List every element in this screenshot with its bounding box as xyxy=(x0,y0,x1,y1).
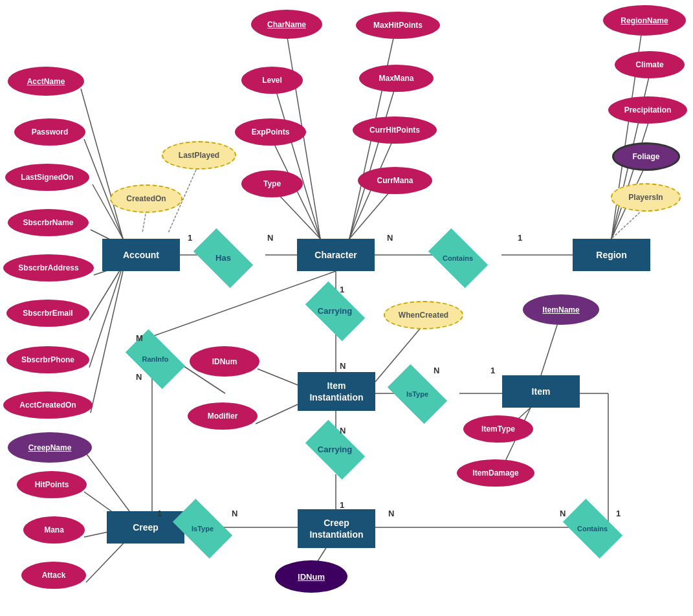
multi-has-n: N xyxy=(267,233,273,243)
svg-line-29 xyxy=(84,139,123,239)
multi-raninfo-m: M xyxy=(136,333,143,343)
entity-item-instantiation: ItemInstantiation xyxy=(298,372,375,411)
diamond-contains-item: Contains xyxy=(562,511,623,546)
entity-region: Region xyxy=(573,239,650,271)
svg-line-27 xyxy=(275,191,320,239)
entity-creep: Creep xyxy=(107,511,184,544)
multi-carrying1-1: 1 xyxy=(340,285,344,294)
svg-line-35 xyxy=(91,271,123,413)
oval-exppoints: ExpPoints xyxy=(235,118,306,146)
oval-sbscrbrname: SbscrbrName xyxy=(8,209,89,236)
entity-item: Item xyxy=(502,375,580,408)
er-diagram-canvas: Account Character Region ItemInstantiati… xyxy=(0,0,693,616)
diamond-istype-creep: IsType xyxy=(173,511,232,546)
svg-line-52 xyxy=(86,537,129,582)
entity-account: Account xyxy=(102,239,180,271)
oval-precipitation: Precipitation xyxy=(608,96,687,124)
oval-acctname: AcctName xyxy=(8,67,84,96)
oval-currmana: CurrMana xyxy=(358,167,432,194)
multi-istype-1: 1 xyxy=(490,366,495,375)
oval-lastplayed: LastPlayed xyxy=(162,141,236,170)
oval-acctcreatedon: AcctCreatedOn xyxy=(3,391,93,419)
oval-lastsignedon: LastSignedOn xyxy=(5,164,89,191)
diamond-carrying1: Carrying xyxy=(304,293,366,329)
oval-itemname: ItemName xyxy=(523,294,599,325)
oval-sbscrbrphone: SbscrbrPhone xyxy=(6,346,89,373)
oval-maxmana: MaxMana xyxy=(359,65,434,92)
multi-carrying1-n: N xyxy=(340,361,346,371)
svg-line-45 xyxy=(256,404,298,424)
oval-attack: Attack xyxy=(21,562,86,589)
multi-istype-n: N xyxy=(434,366,439,375)
oval-maxhitpoints: MaxHitPoints xyxy=(356,12,440,39)
oval-itemdamage: ItemDamage xyxy=(457,459,534,487)
diamond-istype-item: IsType xyxy=(388,376,446,412)
svg-line-22 xyxy=(349,84,396,239)
multi-istype-creep-n: N xyxy=(232,509,237,518)
multi-contains-item-1: 1 xyxy=(616,509,621,518)
oval-regionname: RegionName xyxy=(603,5,686,36)
oval-climate: Climate xyxy=(615,51,685,78)
oval-charname: CharName xyxy=(251,10,322,39)
svg-line-44 xyxy=(258,369,298,385)
svg-line-40 xyxy=(611,116,650,239)
oval-itemtype: ItemType xyxy=(463,415,533,443)
oval-currhitpoints: CurrHitPoints xyxy=(353,116,437,144)
oval-level: Level xyxy=(241,67,303,94)
entity-character: Character xyxy=(297,239,375,271)
oval-modifier: Modifier xyxy=(188,402,258,430)
multi-istype-creep-1: 1 xyxy=(157,509,162,518)
oval-password: Password xyxy=(14,118,85,146)
multi-has-1: 1 xyxy=(188,233,192,243)
oval-type: Type xyxy=(241,170,303,197)
oval-idnum-item: IDNum xyxy=(190,346,259,377)
multi-contains-1: 1 xyxy=(518,233,522,243)
oval-createdon: CreatedOn xyxy=(110,184,182,213)
oval-whencreated: WhenCreated xyxy=(384,301,463,329)
oval-idnum-creep: IDNum xyxy=(275,560,347,593)
entity-creep-instantiation: CreepInstantiation xyxy=(298,509,375,548)
oval-hitpoints: HitPoints xyxy=(17,471,87,498)
diamond-carrying2: Carrying xyxy=(304,432,366,467)
svg-line-33 xyxy=(89,265,123,320)
svg-line-25 xyxy=(275,87,320,239)
oval-playersin: PlayersIn xyxy=(611,183,681,212)
diamond-has: Has xyxy=(194,240,252,276)
multi-contains-n: N xyxy=(387,233,393,243)
multi-carrying2-1: 1 xyxy=(340,500,344,510)
oval-sbscrbr-email: SbscrbrEmail xyxy=(6,300,89,327)
multi-carrying2-n: N xyxy=(340,426,346,435)
svg-line-28 xyxy=(81,89,123,239)
multi-raninfo-n: N xyxy=(136,372,142,382)
oval-mana: Mana xyxy=(23,516,85,544)
oval-creepname: CreepName xyxy=(8,432,92,463)
multi-contains-item-n-left: N xyxy=(388,509,394,518)
svg-line-49 xyxy=(87,454,129,511)
oval-foliage: Foliage xyxy=(612,142,680,171)
multi-contains-item-n-right: N xyxy=(560,509,566,518)
svg-line-48 xyxy=(541,317,560,375)
diamond-raninfo: RanInfo xyxy=(126,341,184,377)
oval-sbscrbraddress: SbscrbrAddress xyxy=(3,254,94,281)
diamond-contains-region: Contains xyxy=(427,240,489,276)
svg-line-34 xyxy=(89,265,123,368)
